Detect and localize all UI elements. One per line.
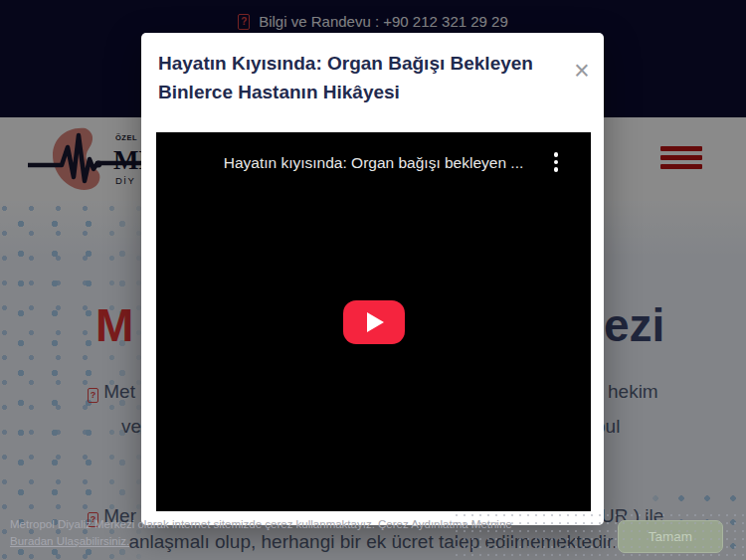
more-options-icon[interactable]	[552, 150, 561, 174]
cookie-notice-text: Metropol Diyaliz Merkezi olarak internet…	[10, 516, 512, 533]
cookie-accept-button[interactable]: Tamam	[618, 520, 723, 553]
youtube-video-player[interactable]: Hayatın kıyısında: Organ bağışı bekleyen…	[156, 132, 591, 511]
cookie-policy-link[interactable]: Buradan Ulaşabilirsiniz.	[10, 535, 129, 547]
modal-title: Hayatın Kıyısında: Organ Bağışı Bekleyen…	[158, 49, 556, 106]
video-modal: Hayatın Kıyısında: Organ Bağışı Bekleyen…	[141, 33, 604, 525]
play-button[interactable]	[343, 300, 405, 344]
close-icon[interactable]: ×	[570, 59, 594, 83]
video-title: Hayatın kıyısında: Organ bağışı bekleyen…	[156, 154, 591, 172]
page-root: ? Bilgi ve Randevu : +90 212 321 29 29 Ö…	[0, 0, 746, 560]
play-icon	[367, 312, 384, 332]
cookie-consent-bar: Metropol Diyaliz Merkezi olarak internet…	[0, 511, 746, 560]
